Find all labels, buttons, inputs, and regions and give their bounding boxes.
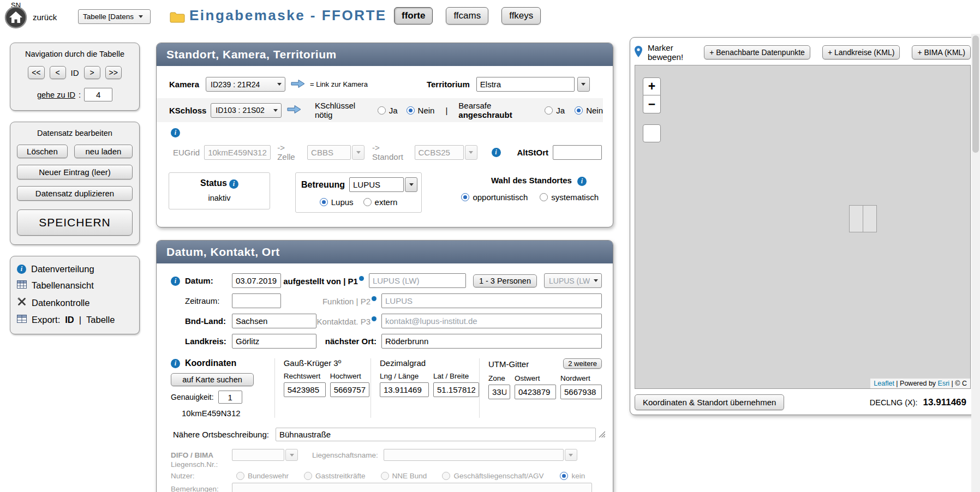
lng-input[interactable] — [380, 382, 429, 397]
datenkontrolle-link[interactable]: Datenkontrolle — [17, 297, 133, 309]
wahl-radio-opportunistisch[interactable]: opportunistisch — [461, 193, 528, 202]
betreuung-radio-extern[interactable]: extern — [363, 197, 398, 207]
kamera-link-label[interactable]: = Link zur Kamera — [310, 80, 368, 88]
ostwert-input[interactable] — [515, 385, 556, 399]
kamera-label: Kamera — [169, 80, 199, 89]
info-icon[interactable]: i — [577, 177, 587, 186]
hochwert-input[interactable] — [330, 382, 369, 397]
weitere-button[interactable]: 2 weitere — [563, 358, 602, 369]
bearsafe-radio-ja[interactable]: Ja — [545, 106, 565, 115]
scrollbar-thumb[interactable] — [972, 35, 979, 153]
radio-label: opportunistisch — [473, 193, 528, 202]
ortsbeschreibung-input[interactable] — [276, 428, 596, 441]
p1-input[interactable] — [369, 273, 466, 288]
kschloss-select[interactable]: ID103 : 21S02 — [211, 103, 282, 118]
info-icon[interactable]: i — [171, 359, 180, 368]
nordwert-input[interactable] — [560, 385, 602, 399]
declng-label: DECLNG (X): — [870, 398, 918, 407]
last-record-button[interactable]: >> — [105, 66, 122, 79]
genauigkeit-input[interactable] — [218, 391, 242, 404]
bndland-label: Bnd-Land: — [185, 316, 232, 326]
tab-ffkeys[interactable]: ffkeys — [501, 7, 541, 25]
prev-record-button[interactable]: < — [50, 66, 66, 79]
karte-suchen-button[interactable]: auf Karte suchen — [171, 373, 254, 386]
radio-label: Ja — [389, 106, 398, 115]
datum-input[interactable] — [232, 273, 281, 288]
nutzer-radio-gaststreitkraefte[interactable]: Gaststreitkräfte — [304, 472, 366, 480]
arrow-right-icon[interactable] — [291, 79, 306, 90]
tab-fforte[interactable]: fforte — [394, 7, 433, 25]
lat-input[interactable] — [433, 382, 479, 397]
bndland-input[interactable] — [232, 314, 316, 328]
chevron-down-icon — [581, 83, 585, 86]
kschluessel-radio-ja[interactable]: Ja — [378, 106, 398, 115]
tab-ffcams[interactable]: ffcams — [446, 7, 488, 25]
back-link[interactable]: zurück — [33, 13, 57, 22]
goto-id-input[interactable] — [84, 88, 112, 101]
altstort-input[interactable] — [553, 145, 602, 160]
betreuung-input[interactable] — [349, 177, 404, 192]
table-select[interactable]: Tabelle [Datens — [78, 9, 151, 24]
ort-input[interactable] — [381, 334, 602, 349]
next-record-button[interactable]: > — [84, 66, 100, 79]
new-entry-button[interactable]: Neuer Eintrag (leer) — [17, 165, 133, 179]
nutzer-radio-bundeswehr[interactable]: Bundeswehr — [236, 472, 289, 480]
chevron-down-icon — [290, 454, 294, 457]
first-record-button[interactable]: << — [28, 66, 44, 79]
landkreise-kml-button[interactable]: + Landkreise (KML) — [822, 45, 900, 59]
zeitraum-input[interactable] — [232, 293, 281, 308]
kschluessel-radio-nein[interactable]: Nein — [407, 106, 435, 115]
p2-input[interactable] — [381, 293, 602, 308]
reload-button[interactable]: neu laden — [74, 145, 133, 158]
nutzer-radio-kein[interactable]: kein — [560, 472, 585, 480]
divider-text: | — [445, 106, 447, 115]
utm-title: UTM-Gitter — [488, 359, 529, 369]
leaflet-link[interactable]: Leaflet — [874, 380, 894, 387]
standort-panel-header: Standort, Kamera, Territorium — [157, 43, 613, 66]
zoom-in-button[interactable]: + — [643, 77, 661, 95]
export-separator: | — [79, 315, 81, 325]
genauigkeit-row: Genauigkeit: — [171, 391, 269, 404]
bearsafe-radio-nein[interactable]: Nein — [575, 106, 603, 115]
save-button[interactable]: SPEICHERN — [17, 209, 133, 236]
rechtswert-input[interactable] — [284, 382, 326, 397]
layers-button[interactable] — [643, 124, 661, 142]
map-canvas[interactable]: + − Leaflet | Powered by Esri | © C — [635, 65, 971, 389]
betreuung-radio-lupus[interactable]: Lupus — [320, 197, 354, 207]
betreuung-box: Betreuung Lupus extern — [295, 172, 422, 213]
esri-link[interactable]: Esri — [938, 380, 950, 387]
nutzer-radio-agv[interactable]: Geschäftsliegenschaft/AGV — [442, 472, 543, 480]
tabellenansicht-link[interactable]: Tabellenansicht — [17, 280, 133, 291]
bima-kml-button[interactable]: + BIMA (KML) — [912, 45, 971, 59]
territorium-dropdown-button[interactable] — [577, 77, 590, 92]
betreuung-dropdown-button[interactable] — [405, 177, 417, 192]
nutzer-radio-nne-bund[interactable]: NNE Bund — [381, 472, 427, 480]
export-id-link[interactable]: ID — [65, 315, 74, 325]
landkreis-input[interactable] — [232, 334, 316, 349]
kamera-select[interactable]: ID239 : 21R24 — [206, 77, 285, 92]
wahl-radio-systematisch[interactable]: systematisch — [540, 193, 599, 202]
territorium-input[interactable] — [476, 77, 575, 92]
goto-id-link[interactable]: gehe zu ID — [37, 91, 75, 99]
resize-grip-icon[interactable] — [598, 430, 605, 439]
apply-coordinates-button[interactable]: Koordinaten & Standort übernehmen — [635, 394, 784, 410]
duplicate-button[interactable]: Datensatz duplizieren — [17, 186, 133, 201]
difo-input — [232, 449, 284, 461]
kamera-select-value: ID239 : 21R24 — [211, 80, 260, 89]
vertical-scrollbar[interactable] — [971, 34, 980, 492]
export-table-link[interactable]: Tabelle — [86, 315, 115, 325]
delete-button[interactable]: Löschen — [17, 145, 68, 158]
info-icon[interactable]: i — [229, 179, 238, 189]
zone-input[interactable] — [488, 385, 510, 399]
bearsafe-label-text: Bearsafe — [458, 101, 491, 110]
home-button[interactable] — [4, 6, 27, 29]
benachbarte-button[interactable]: + Benachbarte Datenpunkte — [704, 45, 810, 59]
info-icon[interactable]: i — [171, 128, 180, 137]
info-icon[interactable]: i — [492, 148, 501, 157]
p3-input[interactable] — [381, 314, 602, 328]
personen-button[interactable]: 1 - 3 Personen — [473, 274, 537, 287]
datenverteilung-link[interactable]: i Datenverteilung — [17, 264, 133, 274]
info-icon[interactable]: i — [171, 277, 180, 286]
zoom-out-button[interactable]: − — [643, 95, 661, 113]
p1-select[interactable]: LUPUS (LW — [544, 273, 602, 288]
